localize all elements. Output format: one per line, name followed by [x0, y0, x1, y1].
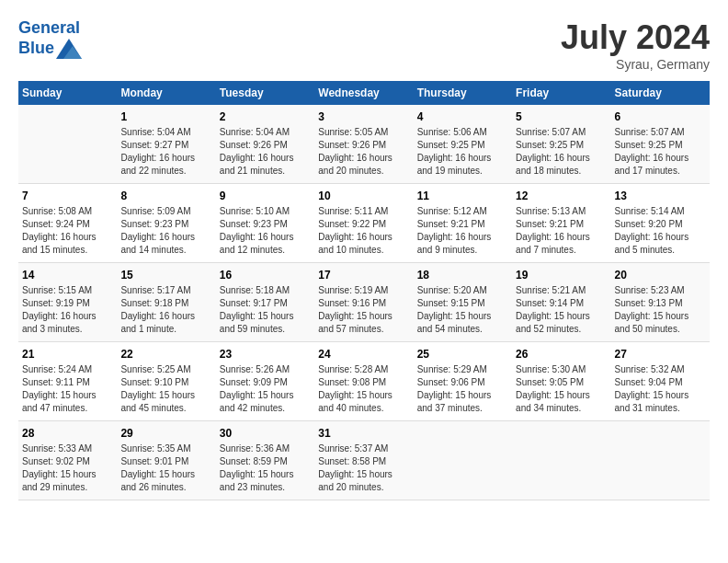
- day-cell: 27Sunrise: 5:32 AMSunset: 9:04 PMDayligh…: [611, 342, 710, 421]
- day-cell: 4Sunrise: 5:06 AMSunset: 9:25 PMDaylight…: [414, 105, 512, 184]
- cell-info: Sunrise: 5:05 AMSunset: 9:26 PMDaylight:…: [318, 126, 409, 178]
- day-cell: 13Sunrise: 5:14 AMSunset: 9:20 PMDayligh…: [611, 184, 710, 263]
- day-cell: [611, 421, 710, 500]
- cell-info: Sunrise: 5:32 AMSunset: 9:04 PMDaylight:…: [615, 363, 706, 415]
- cell-info: Sunrise: 5:07 AMSunset: 9:25 PMDaylight:…: [615, 126, 706, 178]
- day-number: 21: [22, 348, 113, 361]
- col-tuesday: Tuesday: [216, 81, 314, 105]
- day-number: 11: [417, 190, 508, 202]
- cell-info: Sunrise: 5:15 AMSunset: 9:19 PMDaylight:…: [22, 284, 113, 336]
- cell-info: Sunrise: 5:36 AMSunset: 8:59 PMDaylight:…: [220, 442, 311, 494]
- day-cell: 20Sunrise: 5:23 AMSunset: 9:13 PMDayligh…: [611, 263, 710, 342]
- cell-info: Sunrise: 5:21 AMSunset: 9:14 PMDaylight:…: [516, 284, 607, 336]
- logo-general: General: [18, 18, 80, 37]
- week-row-2: 7Sunrise: 5:08 AMSunset: 9:24 PMDaylight…: [18, 184, 710, 263]
- header-row: Sunday Monday Tuesday Wednesday Thursday…: [18, 81, 710, 105]
- day-cell: 11Sunrise: 5:12 AMSunset: 9:21 PMDayligh…: [414, 184, 512, 263]
- day-number: 25: [417, 348, 508, 361]
- day-cell: [512, 421, 610, 500]
- cell-info: Sunrise: 5:28 AMSunset: 9:08 PMDaylight:…: [318, 363, 409, 415]
- day-number: 18: [417, 269, 508, 282]
- day-number: 20: [615, 269, 706, 282]
- calendar-table: Sunday Monday Tuesday Wednesday Thursday…: [18, 81, 710, 500]
- day-number: 5: [516, 110, 607, 123]
- cell-info: Sunrise: 5:17 AMSunset: 9:18 PMDaylight:…: [120, 284, 211, 336]
- day-number: 7: [22, 190, 113, 202]
- cell-info: Sunrise: 5:25 AMSunset: 9:10 PMDaylight:…: [120, 363, 211, 415]
- day-cell: 23Sunrise: 5:26 AMSunset: 9:09 PMDayligh…: [216, 342, 314, 421]
- cell-info: Sunrise: 5:04 AMSunset: 9:27 PMDaylight:…: [120, 126, 211, 178]
- day-cell: 22Sunrise: 5:25 AMSunset: 9:10 PMDayligh…: [117, 342, 215, 421]
- cell-info: Sunrise: 5:23 AMSunset: 9:13 PMDaylight:…: [615, 284, 706, 336]
- day-cell: [414, 421, 512, 500]
- col-thursday: Thursday: [414, 81, 512, 105]
- day-number: 28: [22, 427, 113, 440]
- day-cell: 28Sunrise: 5:33 AMSunset: 9:02 PMDayligh…: [18, 421, 117, 500]
- day-number: 9: [220, 190, 311, 202]
- day-cell: 26Sunrise: 5:30 AMSunset: 9:05 PMDayligh…: [512, 342, 610, 421]
- day-number: 23: [220, 348, 311, 361]
- day-cell: 17Sunrise: 5:19 AMSunset: 9:16 PMDayligh…: [314, 263, 413, 342]
- day-number: 4: [417, 110, 508, 123]
- day-number: 13: [615, 190, 706, 202]
- cell-info: Sunrise: 5:18 AMSunset: 9:17 PMDaylight:…: [220, 284, 311, 336]
- cell-info: Sunrise: 5:20 AMSunset: 9:15 PMDaylight:…: [417, 284, 508, 336]
- location: Syrau, Germany: [561, 57, 710, 72]
- day-number: 15: [120, 269, 211, 282]
- cell-info: Sunrise: 5:19 AMSunset: 9:16 PMDaylight:…: [318, 284, 409, 336]
- day-cell: 19Sunrise: 5:21 AMSunset: 9:14 PMDayligh…: [512, 263, 610, 342]
- cell-info: Sunrise: 5:13 AMSunset: 9:21 PMDaylight:…: [516, 205, 607, 257]
- day-number: 1: [120, 110, 211, 123]
- day-number: 22: [120, 348, 211, 361]
- cell-info: Sunrise: 5:09 AMSunset: 9:23 PMDaylight:…: [120, 205, 211, 257]
- day-cell: 7Sunrise: 5:08 AMSunset: 9:24 PMDaylight…: [18, 184, 117, 263]
- day-cell: 9Sunrise: 5:10 AMSunset: 9:23 PMDaylight…: [216, 184, 314, 263]
- cell-info: Sunrise: 5:33 AMSunset: 9:02 PMDaylight:…: [22, 442, 113, 494]
- day-cell: 29Sunrise: 5:35 AMSunset: 9:01 PMDayligh…: [117, 421, 215, 500]
- day-number: 19: [516, 269, 607, 282]
- week-row-5: 28Sunrise: 5:33 AMSunset: 9:02 PMDayligh…: [18, 421, 710, 500]
- day-cell: 31Sunrise: 5:37 AMSunset: 8:58 PMDayligh…: [314, 421, 413, 500]
- day-cell: 2Sunrise: 5:04 AMSunset: 9:26 PMDaylight…: [216, 105, 314, 184]
- logo-blue: Blue: [18, 39, 82, 59]
- day-cell: 18Sunrise: 5:20 AMSunset: 9:15 PMDayligh…: [414, 263, 512, 342]
- cell-info: Sunrise: 5:35 AMSunset: 9:01 PMDaylight:…: [120, 442, 211, 494]
- cell-info: Sunrise: 5:06 AMSunset: 9:25 PMDaylight:…: [417, 126, 508, 178]
- title-area: July 2024 Syrau, Germany: [561, 18, 710, 72]
- logo: General Blue: [18, 18, 82, 59]
- col-sunday: Sunday: [18, 81, 117, 105]
- cell-info: Sunrise: 5:37 AMSunset: 8:58 PMDaylight:…: [318, 442, 409, 494]
- day-number: 24: [318, 348, 409, 361]
- day-cell: 12Sunrise: 5:13 AMSunset: 9:21 PMDayligh…: [512, 184, 610, 263]
- day-number: 12: [516, 190, 607, 202]
- day-cell: 6Sunrise: 5:07 AMSunset: 9:25 PMDaylight…: [611, 105, 710, 184]
- day-number: 2: [220, 110, 311, 123]
- day-cell: 30Sunrise: 5:36 AMSunset: 8:59 PMDayligh…: [216, 421, 314, 500]
- cell-info: Sunrise: 5:24 AMSunset: 9:11 PMDaylight:…: [22, 363, 113, 415]
- day-number: 16: [220, 269, 311, 282]
- day-number: 26: [516, 348, 607, 361]
- cell-info: Sunrise: 5:12 AMSunset: 9:21 PMDaylight:…: [417, 205, 508, 257]
- day-cell: [18, 105, 117, 184]
- day-cell: 5Sunrise: 5:07 AMSunset: 9:25 PMDaylight…: [512, 105, 610, 184]
- day-number: 10: [318, 190, 409, 202]
- week-row-1: 1Sunrise: 5:04 AMSunset: 9:27 PMDaylight…: [18, 105, 710, 184]
- day-cell: 3Sunrise: 5:05 AMSunset: 9:26 PMDaylight…: [314, 105, 413, 184]
- cell-info: Sunrise: 5:29 AMSunset: 9:06 PMDaylight:…: [417, 363, 508, 415]
- col-monday: Monday: [117, 81, 215, 105]
- logo-icon: [56, 39, 82, 59]
- day-number: 29: [120, 427, 211, 440]
- col-saturday: Saturday: [611, 81, 710, 105]
- cell-info: Sunrise: 5:10 AMSunset: 9:23 PMDaylight:…: [220, 205, 311, 257]
- cell-info: Sunrise: 5:14 AMSunset: 9:20 PMDaylight:…: [615, 205, 706, 257]
- cell-info: Sunrise: 5:11 AMSunset: 9:22 PMDaylight:…: [318, 205, 409, 257]
- week-row-3: 14Sunrise: 5:15 AMSunset: 9:19 PMDayligh…: [18, 263, 710, 342]
- day-cell: 15Sunrise: 5:17 AMSunset: 9:18 PMDayligh…: [117, 263, 215, 342]
- cell-info: Sunrise: 5:26 AMSunset: 9:09 PMDaylight:…: [220, 363, 311, 415]
- cell-info: Sunrise: 5:07 AMSunset: 9:25 PMDaylight:…: [516, 126, 607, 178]
- day-cell: 24Sunrise: 5:28 AMSunset: 9:08 PMDayligh…: [314, 342, 413, 421]
- cell-info: Sunrise: 5:04 AMSunset: 9:26 PMDaylight:…: [220, 126, 311, 178]
- page-header: General Blue July 2024 Syrau, Germany: [18, 18, 710, 72]
- day-cell: 21Sunrise: 5:24 AMSunset: 9:11 PMDayligh…: [18, 342, 117, 421]
- day-number: 14: [22, 269, 113, 282]
